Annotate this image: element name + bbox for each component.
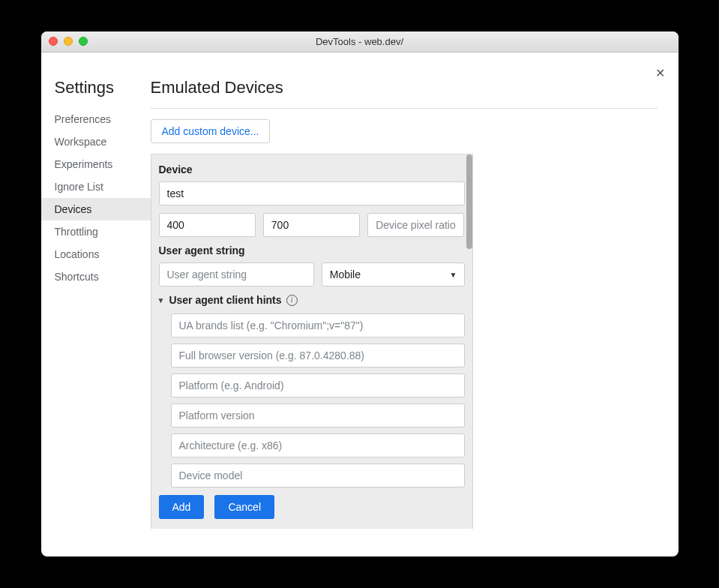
device-form-wrap: Device User agent string xyxy=(151,154,473,529)
window-titlebar: DevTools - web.dev/ xyxy=(41,32,679,52)
sidebar-item-ignore-list[interactable]: Ignore List xyxy=(41,176,151,198)
main-panel: Emulated Devices Add custom device... De… xyxy=(151,69,679,556)
device-height-input[interactable] xyxy=(263,213,360,237)
device-type-select-wrap: Mobile ▼ xyxy=(322,262,465,286)
ua-platform-version-input[interactable] xyxy=(171,404,465,428)
triangle-down-icon: ▼ xyxy=(157,296,165,304)
ua-device-model-input[interactable] xyxy=(171,464,465,488)
device-type-select[interactable]: Mobile xyxy=(322,262,465,286)
settings-content: Settings Preferences Workspace Experimen… xyxy=(41,52,679,556)
sidebar-item-experiments[interactable]: Experiments xyxy=(41,153,151,176)
ua-client-hints-label: User agent client hints xyxy=(169,294,281,306)
minimize-window-button[interactable] xyxy=(64,37,73,46)
device-form: Device User agent string xyxy=(151,154,473,529)
add-button[interactable]: Add xyxy=(159,495,205,519)
user-agent-input[interactable] xyxy=(159,262,314,286)
page-title: Emulated Devices xyxy=(151,78,658,109)
device-section-label: Device xyxy=(159,164,465,176)
device-pixel-ratio-input[interactable] xyxy=(367,213,464,237)
info-icon[interactable]: i xyxy=(286,295,298,306)
device-name-input[interactable] xyxy=(159,182,465,206)
devtools-window: DevTools - web.dev/ ✕ Settings Preferenc… xyxy=(41,32,679,556)
device-width-input[interactable] xyxy=(159,213,256,237)
close-window-button[interactable] xyxy=(49,37,58,46)
ua-platform-input[interactable] xyxy=(171,374,465,398)
ua-brands-input[interactable] xyxy=(171,314,465,338)
ua-architecture-input[interactable] xyxy=(171,434,465,458)
sidebar-item-locations[interactable]: Locations xyxy=(41,243,151,266)
sidebar-item-preferences[interactable]: Preferences xyxy=(41,108,151,130)
sidebar-item-devices[interactable]: Devices xyxy=(41,198,151,220)
ua-full-version-input[interactable] xyxy=(171,344,465,368)
form-buttons: Add Cancel xyxy=(159,495,465,519)
sidebar-title: Settings xyxy=(41,78,151,108)
sidebar: Settings Preferences Workspace Experimen… xyxy=(41,69,151,556)
ua-client-hints-toggle[interactable]: ▼ User agent client hints i xyxy=(157,294,465,306)
add-custom-device-button[interactable]: Add custom device... xyxy=(151,119,271,143)
scrollbar-thumb[interactable] xyxy=(466,154,472,249)
ua-section-label: User agent string xyxy=(159,244,465,256)
maximize-window-button[interactable] xyxy=(79,37,88,46)
sidebar-item-shortcuts[interactable]: Shortcuts xyxy=(41,266,151,288)
sidebar-item-throttling[interactable]: Throttling xyxy=(41,220,151,243)
ua-client-hints-fields xyxy=(159,314,465,488)
cancel-button[interactable]: Cancel xyxy=(214,495,274,519)
traffic-lights xyxy=(49,37,88,46)
window-title: DevTools - web.dev/ xyxy=(316,36,403,47)
sidebar-item-workspace[interactable]: Workspace xyxy=(41,130,151,153)
